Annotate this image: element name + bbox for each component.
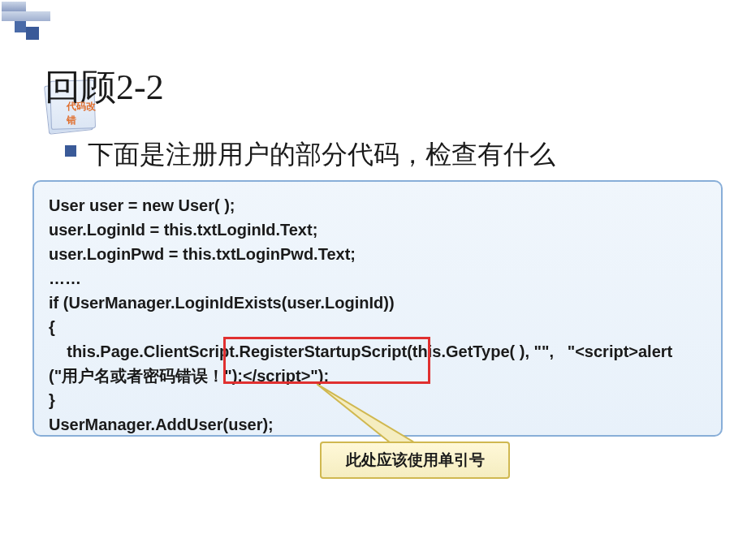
code-line: UserManager.AddUser(user); [49,416,274,433]
bullet-square [65,145,76,157]
note-icon-label: 代码改错 [67,100,99,127]
svg-marker-0 [317,384,414,442]
header-decoration [0,0,97,41]
body-text: 下面是注册用户的部分代码，检查有什么 [88,136,555,173]
code-line: user.LoginPwd = this.txtLoginPwd.Text; [49,245,356,263]
code-line: user.LoginId = this.txtLoginId.Text; [49,221,317,239]
highlight-red-box [223,337,430,384]
code-line: User user = new User( ); [49,196,235,214]
code-line: if (UserManager.LoginIdExists(user.Login… [49,294,395,312]
callout-box: 此处应该使用单引号 [320,442,510,479]
code-line: { [49,318,55,336]
code-line: } [49,391,55,409]
code-line: …… [49,269,81,287]
slide-title: 回顾2-2 [45,63,164,111]
callout-text: 此处应该使用单引号 [346,450,485,471]
